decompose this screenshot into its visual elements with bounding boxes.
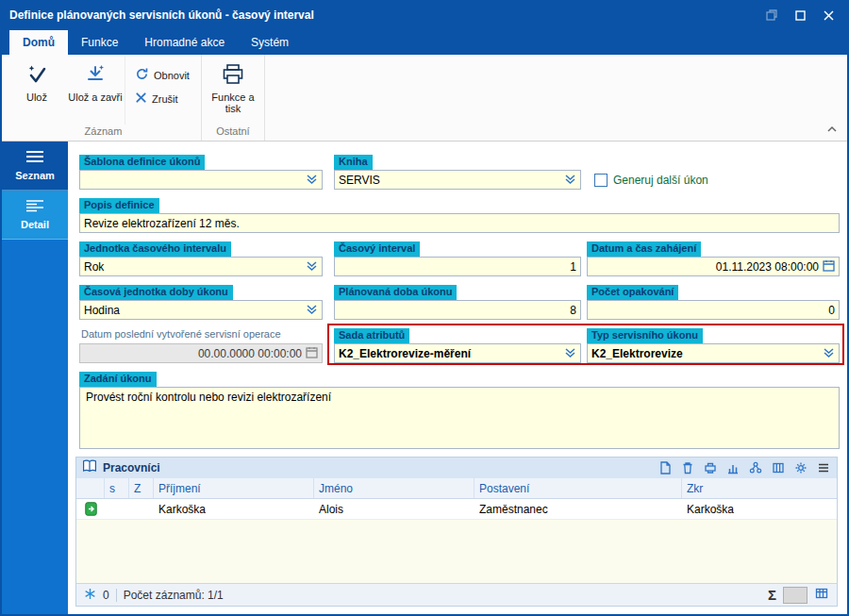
save-icon bbox=[25, 63, 48, 89]
ribbon: Ulož Ulož a zavři bbox=[2, 55, 847, 142]
save-label: Ulož bbox=[26, 92, 47, 104]
refresh-icon bbox=[135, 67, 149, 83]
cell-prijmeni: Karkoška bbox=[154, 499, 314, 519]
ribbon-group-record-label: Záznam bbox=[8, 125, 199, 141]
task-type-field[interactable]: K2_Elektrorevize bbox=[587, 343, 840, 363]
refresh-button[interactable]: Obnovit bbox=[135, 67, 190, 83]
repeat-count-label: Počet opakování bbox=[587, 285, 678, 300]
table-row[interactable]: Karkoška Alois Zaměstnanec Karkoška bbox=[76, 499, 837, 520]
footer-badge: 0 bbox=[103, 589, 109, 602]
grid-toolbar bbox=[658, 460, 831, 475]
chart-icon[interactable] bbox=[725, 460, 741, 475]
list-icon bbox=[25, 150, 44, 165]
book-label: Kniha bbox=[334, 155, 373, 170]
dock-icon[interactable] bbox=[760, 6, 783, 25]
ribbon-tabstrip: Domů Funkce Hromadné akce Systém bbox=[2, 28, 847, 55]
tab-domu[interactable]: Domů bbox=[9, 30, 68, 55]
columns-icon[interactable] bbox=[771, 460, 786, 475]
print-icon[interactable] bbox=[703, 460, 718, 475]
cell-postaveni: Zaměstnanec bbox=[474, 499, 682, 519]
tab-hromadne-akce[interactable]: Hromadné akce bbox=[131, 30, 238, 55]
functions-print-button[interactable]: Funkce a tisk bbox=[204, 57, 262, 125]
dropdown-icon[interactable] bbox=[306, 259, 318, 275]
window-title: Definice plánovaných servisních úkonů - … bbox=[9, 8, 755, 22]
workers-grid-header: Pracovníci bbox=[76, 458, 837, 478]
ribbon-collapse-icon[interactable] bbox=[826, 120, 838, 137]
workers-table-header: s Z Příjmení Jméno Postavení Zkr bbox=[76, 478, 837, 499]
ribbon-group-record: Ulož Ulož a zavři bbox=[6, 55, 202, 141]
detail-icon bbox=[25, 199, 44, 214]
save-and-close-button[interactable]: Ulož a zavři bbox=[66, 57, 125, 125]
tab-system[interactable]: Systém bbox=[238, 30, 302, 55]
sidebar-item-detail-label: Detail bbox=[21, 219, 49, 230]
ribbon-small-buttons: Obnovit Zrušit bbox=[125, 57, 199, 125]
column-header-zkr[interactable]: Zkr bbox=[682, 478, 837, 498]
sum-button[interactable]: Σ bbox=[768, 587, 776, 603]
dropdown-icon[interactable] bbox=[823, 346, 835, 361]
attribute-set-field[interactable]: K2_Elektrorevize-měření bbox=[334, 343, 581, 363]
grid-empty-area bbox=[76, 520, 837, 583]
template-label: Šablona definice úkonů bbox=[79, 155, 205, 170]
detail-form: Šablona definice úkonů Kniha SERVIS Gene… bbox=[68, 142, 847, 614]
book-icon bbox=[82, 459, 97, 476]
sidebar-item-seznam-label: Seznam bbox=[15, 170, 55, 181]
delete-icon[interactable] bbox=[680, 460, 695, 475]
ribbon-group-other-label: Ostatní bbox=[204, 125, 262, 141]
task-type-label: Typ servisního úkonu bbox=[587, 328, 703, 343]
app-window: Definice plánovaných servisních úkonů - … bbox=[0, 0, 849, 616]
cell-s bbox=[105, 499, 129, 519]
functions-print-label: Funkce a tisk bbox=[204, 92, 262, 115]
duration-unit-field[interactable]: Hodina bbox=[79, 300, 323, 320]
column-header-jmeno[interactable]: Jméno bbox=[314, 478, 474, 498]
start-datetime-field[interactable]: 01.11.2023 08:00:00 bbox=[587, 257, 840, 276]
duration-unit-label: Časová jednotka doby úkonu bbox=[79, 285, 233, 300]
grid-footer-right: Σ bbox=[768, 587, 829, 604]
save-button[interactable]: Ulož bbox=[8, 57, 66, 125]
maximize-button[interactable] bbox=[789, 6, 811, 25]
table-settings-icon[interactable] bbox=[814, 587, 829, 603]
book-field[interactable]: SERVIS bbox=[334, 170, 581, 190]
description-field[interactable]: Revize elektrozařízení 12 měs. bbox=[79, 213, 840, 233]
generate-next-label: Generuj další úkon bbox=[613, 174, 708, 187]
dropdown-icon[interactable] bbox=[564, 173, 576, 188]
sidebar-item-detail[interactable]: Detail bbox=[2, 191, 68, 240]
relations-icon[interactable] bbox=[748, 460, 763, 475]
dropdown-icon[interactable] bbox=[564, 346, 576, 361]
last-operation-field: 00.00.0000 00:00:00 bbox=[79, 343, 323, 363]
footer-separator bbox=[116, 589, 117, 602]
column-header-prijmeni[interactable]: Příjmení bbox=[154, 478, 314, 498]
calendar-icon[interactable] bbox=[823, 259, 835, 275]
cell-zkr: Karkoška bbox=[682, 499, 837, 519]
asterisk-icon bbox=[84, 588, 96, 603]
tab-funkce[interactable]: Funkce bbox=[68, 30, 131, 55]
column-header-z[interactable]: Z bbox=[129, 478, 154, 498]
print-icon bbox=[221, 63, 245, 89]
record-status-icon bbox=[76, 499, 105, 519]
planned-duration-field[interactable]: 8 bbox=[334, 300, 581, 320]
cell-z bbox=[129, 499, 154, 519]
dropdown-icon[interactable] bbox=[306, 173, 318, 188]
grid-footer: 0 Počet záznamů: 1/1 Σ bbox=[76, 583, 837, 606]
last-operation-label: Datum poslední vytvořené servisní operac… bbox=[81, 328, 281, 340]
template-field[interactable] bbox=[79, 170, 323, 190]
interval-unit-field[interactable]: Rok bbox=[79, 257, 323, 276]
titlebar: Definice plánovaných servisních úkonů - … bbox=[2, 2, 847, 28]
workers-grid-title: Pracovníci bbox=[103, 461, 652, 474]
settings-icon[interactable] bbox=[793, 460, 808, 475]
close-button[interactable] bbox=[817, 6, 840, 25]
record-count-label: Počet záznamů: 1/1 bbox=[124, 589, 224, 602]
menu-icon[interactable] bbox=[816, 460, 831, 475]
blank-button[interactable] bbox=[783, 587, 807, 604]
task-text-area[interactable]: Provést roční kontrolu nebo revizi elekt… bbox=[79, 387, 840, 449]
new-record-icon[interactable] bbox=[658, 460, 673, 475]
sidebar-item-seznam[interactable]: Seznam bbox=[2, 142, 68, 191]
refresh-label: Obnovit bbox=[154, 70, 190, 81]
column-header-icon[interactable] bbox=[76, 478, 105, 498]
column-header-s[interactable]: s bbox=[105, 478, 129, 498]
interval-field[interactable]: 1 bbox=[334, 257, 581, 276]
column-header-postaveni[interactable]: Postavení bbox=[474, 478, 682, 498]
repeat-count-field[interactable]: 0 bbox=[587, 300, 840, 320]
dropdown-icon[interactable] bbox=[306, 303, 318, 318]
cancel-button[interactable]: Zrušit bbox=[135, 92, 190, 106]
generate-next-checkbox[interactable] bbox=[594, 174, 608, 187]
